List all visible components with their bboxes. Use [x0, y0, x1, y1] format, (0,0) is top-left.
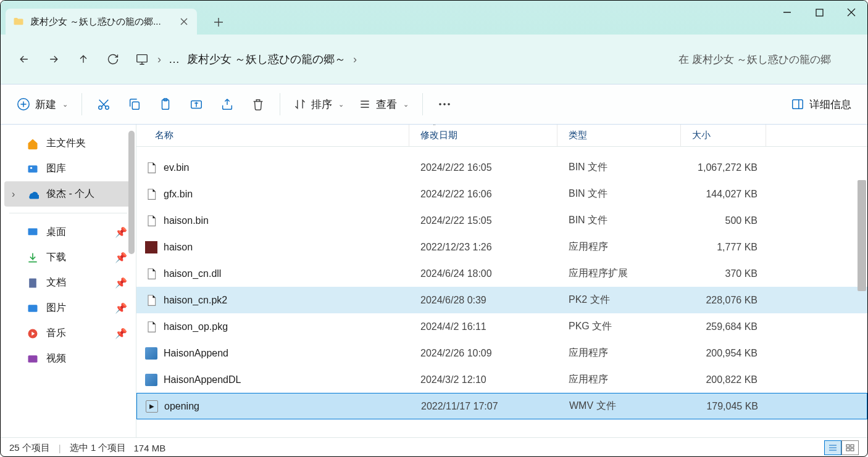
tab-strip: 废村少女 ～妖し惑ひの籠の郷... [1, 1, 231, 35]
svg-rect-21 [851, 445, 854, 447]
table-row[interactable]: haison2022/12/23 1:26应用程序1,777 KB [136, 234, 867, 260]
sidebar-item-pictures[interactable]: 图片📌 [1, 295, 136, 321]
new-tab-button[interactable] [206, 10, 231, 35]
rename-button[interactable] [181, 91, 212, 118]
exe-icon [145, 374, 157, 386]
file-date: 2022/11/17 17:07 [410, 401, 558, 412]
sort-button[interactable]: 排序⌄ [286, 91, 351, 118]
pin-icon: 📌 [115, 327, 127, 339]
sidebar-item-desktop[interactable]: 桌面📌 [1, 220, 136, 245]
file-date: 2024/6/24 18:00 [409, 268, 557, 279]
file-icon [145, 188, 157, 200]
minimize-button[interactable] [771, 1, 803, 24]
folder-icon [13, 16, 24, 27]
table-row[interactable]: HaisonAppend2024/2/26 10:09应用程序200,954 K… [136, 340, 867, 366]
file-type: BIN 文件 [557, 187, 681, 200]
tab-active[interactable]: 废村少女 ～妖し惑ひの籠の郷... [6, 9, 197, 35]
sidebar-item-home[interactable]: 主文件夹 [1, 131, 136, 156]
breadcrumb-current[interactable]: 废村少女 ～妖し惑ひの籠の郷～ [187, 52, 346, 67]
table-row[interactable] [136, 147, 867, 154]
view-button[interactable]: 查看⌄ [351, 91, 416, 118]
divider [422, 93, 423, 115]
cut-button[interactable] [88, 91, 119, 118]
col-date[interactable]: 修改日期 [409, 125, 557, 146]
table-row[interactable]: HaisonAppendDL2024/3/2 12:10应用程序200,822 … [136, 366, 867, 393]
window-controls [771, 1, 867, 24]
refresh-button[interactable] [98, 44, 128, 74]
details-view-toggle[interactable] [824, 440, 841, 455]
svg-rect-19 [28, 355, 38, 363]
col-name[interactable]: 名称 [136, 125, 409, 146]
video-icon [27, 353, 39, 365]
toolbar: 新建⌄ 排序⌄ 查看⌄ 详细信息 [1, 84, 867, 125]
col-type[interactable]: 类型 [557, 125, 681, 146]
svg-point-9 [439, 103, 441, 105]
file-type: WMV 文件 [558, 400, 682, 413]
table-row[interactable]: ev.bin2024/2/22 16:05BIN 文件1,067,272 KB [136, 154, 867, 181]
svg-point-11 [448, 103, 450, 105]
sidebar-item-music[interactable]: 音乐📌 [1, 321, 136, 346]
tab-title: 废村少女 ～妖し惑ひの籠の郷... [30, 16, 172, 28]
sidebar-item-videos[interactable]: 视频 [1, 346, 136, 371]
sidebar-item-user[interactable]: 俊杰 - 个人 [4, 181, 132, 207]
chevron-down-icon: ⌄ [338, 101, 344, 109]
sidebar: 主文件夹 图库 俊杰 - 个人 桌面📌 下载📌 文档📌 图片📌 [1, 125, 136, 437]
status-bar: 25 个项目 | 选中 1 个项目 174 MB [1, 437, 867, 457]
file-name: HaisonAppendDL [164, 374, 241, 385]
file-size: 179,045 KB [682, 401, 767, 412]
file-scrollbar[interactable] [858, 180, 866, 291]
table-row[interactable]: haison.bin2024/2/22 15:05BIN 文件500 KB [136, 207, 867, 234]
list-icon [359, 98, 371, 110]
breadcrumb[interactable]: › … 废村少女 ～妖し惑ひの籠の郷～ › [134, 51, 674, 67]
new-button[interactable]: 新建⌄ [9, 91, 75, 118]
table-row[interactable]: haison_cn.pk22024/6/28 0:39PK2 文件228,076… [136, 287, 867, 313]
table-row[interactable]: haison_op.pkg2024/4/2 16:11PKG 文件259,684… [136, 313, 867, 340]
svg-point-14 [30, 167, 32, 168]
forward-button[interactable] [39, 44, 69, 74]
file-name: ev.bin [164, 162, 190, 173]
file-type: 应用程序 [557, 241, 681, 253]
file-date: 2024/2/26 10:09 [409, 348, 557, 359]
share-button[interactable] [212, 91, 243, 118]
tab-close-button[interactable] [178, 16, 190, 27]
paste-button[interactable] [150, 91, 181, 118]
pin-icon: 📌 [115, 226, 127, 238]
file-area: 名称 ˄ 修改日期 类型 大小 ev.bin2024/2/22 16:05BIN… [136, 125, 867, 437]
details-pane-button[interactable]: 详细信息 [783, 91, 859, 118]
file-name: haison [164, 242, 193, 253]
file-icon [145, 268, 157, 280]
onedrive-icon [27, 188, 39, 200]
table-row[interactable]: gfx.bin2024/2/22 16:06BIN 文件144,027 KB [136, 181, 867, 207]
search-input[interactable]: 在 废村少女 ～妖し惑ひの籠の郷 [674, 52, 859, 67]
pin-icon: 📌 [115, 252, 127, 263]
file-size: 200,822 KB [681, 374, 766, 385]
file-date: 2024/2/22 16:06 [409, 189, 557, 200]
file-list: ev.bin2024/2/22 16:05BIN 文件1,067,272 KBg… [136, 147, 867, 437]
delete-button[interactable] [243, 91, 273, 118]
file-name: gfx.bin [164, 189, 193, 200]
sidebar-item-documents[interactable]: 文档📌 [1, 270, 136, 295]
breadcrumb-ellipsis[interactable]: … [169, 53, 180, 66]
copy-button[interactable] [119, 91, 150, 118]
back-button[interactable] [9, 44, 39, 74]
maximize-button[interactable] [803, 1, 835, 24]
file-type: BIN 文件 [557, 161, 681, 174]
file-size: 144,027 KB [681, 189, 766, 200]
table-row[interactable]: ▶opening2022/11/17 17:07WMV 文件179,045 KB [136, 393, 867, 419]
thumbnails-view-toggle[interactable] [841, 440, 859, 455]
more-button[interactable] [429, 91, 460, 118]
sidebar-item-downloads[interactable]: 下载📌 [1, 245, 136, 270]
exe-icon [145, 347, 157, 360]
up-button[interactable] [69, 44, 98, 74]
col-size[interactable]: 大小 [681, 125, 766, 146]
plus-circle-icon [17, 97, 30, 111]
sidebar-item-gallery[interactable]: 图库 [1, 156, 136, 181]
file-date: 2024/2/22 16:05 [409, 162, 557, 173]
video-file-icon: ▶ [146, 400, 158, 413]
table-row[interactable]: haison_cn.dll2024/6/24 18:00应用程序扩展370 KB [136, 260, 867, 287]
close-button[interactable] [835, 1, 867, 24]
document-icon [27, 277, 39, 289]
gallery-icon [27, 163, 39, 175]
file-size: 200,954 KB [681, 348, 766, 359]
sidebar-scrollbar[interactable] [128, 131, 135, 254]
